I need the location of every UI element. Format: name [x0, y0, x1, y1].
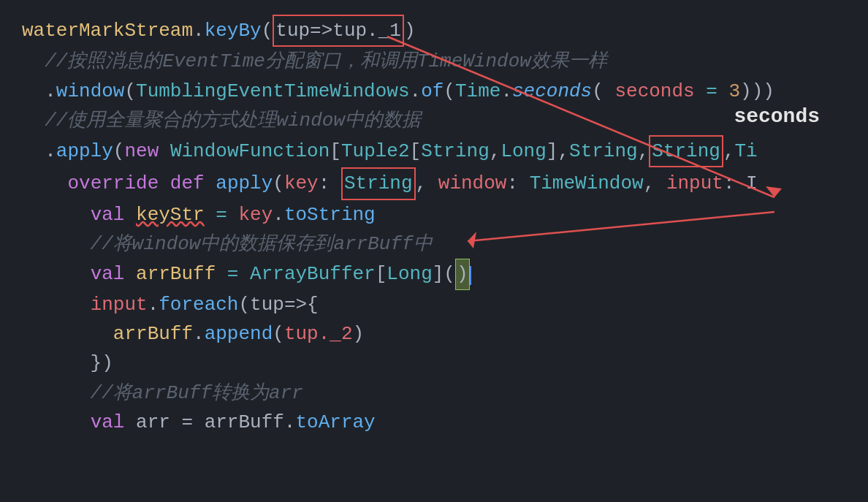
token: [22, 80, 45, 102]
code-line-2: //按照消息的EventTime分配窗口，和调用TimeWindow效果一样: [22, 47, 846, 76]
token: key: [284, 172, 319, 194]
token: ): [457, 263, 468, 285]
token: ))): [740, 80, 774, 102]
token: .: [410, 80, 422, 102]
token: [205, 172, 216, 194]
token: String: [652, 140, 720, 162]
token: [22, 294, 91, 316]
token: TumblingEventTimeWindows: [136, 80, 409, 102]
code-line-3: .window(TumblingEventTimeWindows.of(Time…: [22, 77, 846, 106]
token: [159, 140, 170, 162]
token: tup=>tup._1: [275, 20, 401, 42]
code-line-4: //使用全量聚合的方式处理window中的数据: [22, 106, 846, 135]
token: :: [506, 172, 529, 194]
code-line-13: //将arrBuff转换为arr: [22, 379, 846, 408]
token: .: [273, 204, 284, 226]
token: =: [216, 263, 250, 285]
token: foreach: [159, 294, 238, 316]
token: arr = arrBuff.: [124, 411, 295, 433]
token: [: [376, 263, 387, 285]
code-line-12: }): [22, 349, 846, 378]
token: new: [124, 140, 159, 162]
token: [124, 204, 136, 226]
token: Time: [455, 80, 500, 102]
token: seconds: [512, 80, 592, 102]
token: ,: [416, 172, 438, 194]
token: val: [91, 411, 125, 433]
token: ,: [490, 140, 501, 162]
token: .: [193, 323, 205, 345]
token: .: [45, 80, 56, 102]
token: String: [569, 140, 638, 162]
token: tup=>{: [250, 294, 319, 316]
token: (: [113, 140, 125, 162]
token: (: [443, 80, 455, 102]
cursor-bracket: ): [455, 259, 470, 289]
token: .: [148, 294, 159, 316]
token: ,: [638, 140, 650, 162]
token: (: [262, 20, 273, 42]
token: Tuple2: [341, 140, 410, 162]
code-line-9: val arrBuff = ArrayBuffer[Long](): [22, 259, 846, 289]
token: input: [666, 172, 723, 194]
token: [22, 140, 45, 162]
token: val: [91, 204, 125, 226]
code-line-5: .apply(new WindowFunction[Tuple2[String,…: [22, 135, 846, 167]
token: ],: [547, 140, 569, 162]
highlighted-box: String: [341, 167, 416, 199]
token: apply: [56, 140, 113, 162]
token: : I: [723, 172, 758, 194]
token: window: [56, 80, 125, 102]
token: ,: [723, 140, 735, 162]
token: [22, 411, 91, 433]
code-line-1: waterMarkStream.keyBy(tup=>tup._1): [22, 15, 846, 47]
token: waterMarkStream: [22, 20, 193, 42]
token: input: [91, 294, 148, 316]
token: seconds: [614, 80, 694, 102]
token: WindowFunction: [170, 140, 330, 162]
token: override: [67, 172, 159, 194]
token: toArray: [295, 411, 375, 433]
token: [22, 172, 67, 194]
token: //使用全量聚合的方式处理window中的数据: [22, 110, 421, 132]
code-line-10: input.foreach(tup=>{: [22, 290, 846, 319]
token: String: [344, 172, 413, 194]
token: String: [421, 140, 490, 162]
token: ): [404, 20, 416, 42]
token: Long: [500, 140, 546, 162]
token: //按照消息的EventTime分配窗口，和调用TimeWindow效果一样: [22, 50, 607, 72]
token: [: [410, 140, 422, 162]
token: arrBuff: [136, 263, 216, 285]
token: TimeWindow: [530, 172, 644, 194]
code-line-8: //将window中的数据保存到arrBuff中: [22, 229, 846, 259]
annotation-label-seconds: seconds: [734, 101, 820, 132]
token: (: [273, 172, 284, 194]
token: //将arrBuff转换为arr: [22, 382, 303, 404]
token: =: [695, 80, 729, 102]
token: append: [205, 323, 273, 345]
token: ,: [644, 172, 666, 194]
token: :: [319, 172, 341, 194]
token: [159, 172, 170, 194]
token: [124, 263, 136, 285]
token: .: [193, 20, 205, 42]
token: [22, 263, 91, 285]
token: [22, 323, 113, 345]
token: .: [500, 80, 512, 102]
code-editor: waterMarkStream.keyBy(tup=>tup._1) //按照消…: [0, 0, 868, 452]
token: [: [330, 140, 341, 162]
code-line-11: arrBuff.append(tup._2): [22, 319, 846, 349]
token: toString: [284, 204, 376, 226]
token: keyBy: [205, 20, 262, 42]
token: .: [45, 140, 56, 162]
token: window: [438, 172, 507, 194]
highlighted-box: String: [649, 135, 723, 167]
code-line-7: val keyStr = key.toString: [22, 200, 846, 229]
token: (: [238, 294, 250, 316]
token: val: [91, 263, 125, 285]
token: (: [124, 80, 136, 102]
token: of: [421, 80, 443, 102]
token: (: [273, 323, 284, 345]
token: ](: [433, 263, 455, 285]
token: =: [205, 204, 239, 226]
